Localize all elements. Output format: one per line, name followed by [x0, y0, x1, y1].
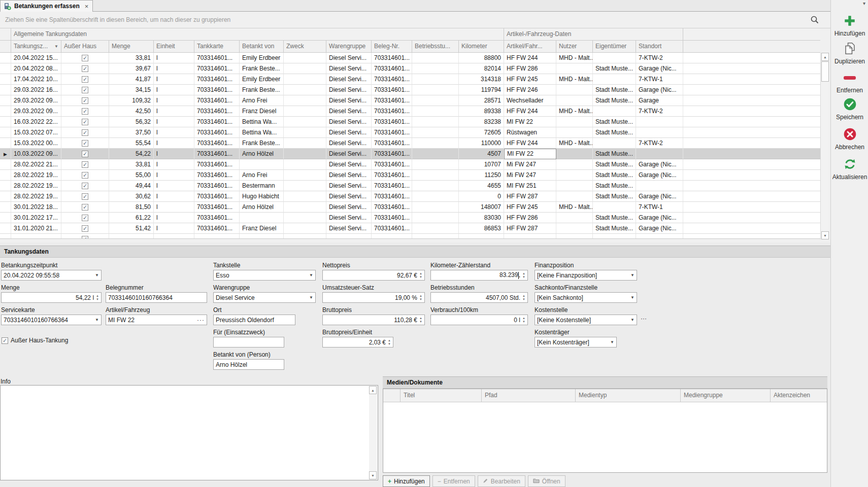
table-cell[interactable]: HF FW 244	[504, 106, 556, 117]
table-cell[interactable]: 55,00	[109, 170, 154, 181]
table-cell[interactable]: 51,42	[109, 223, 154, 234]
table-row[interactable]: 15.03.2022 07...✓37,50l703314601...Betti…	[0, 127, 820, 138]
table-cell[interactable]	[412, 191, 459, 202]
table-cell[interactable]: 88800	[459, 53, 504, 63]
table-cell[interactable]: 61,22	[109, 213, 154, 223]
table-cell[interactable]: 703314601...	[372, 74, 412, 85]
chevron-down-icon[interactable]: ▼	[630, 273, 635, 277]
table-cell[interactable]: Diesel Servi...	[326, 127, 372, 138]
ellipsis-button[interactable]: ···	[197, 317, 205, 324]
spin-buttons[interactable]: ▲▼	[388, 339, 391, 346]
table-cell[interactable]: MHD - Malt...	[556, 53, 593, 63]
chevron-down-icon[interactable]: ▼	[95, 318, 99, 322]
ort-input[interactable]: Preussisch Oldendorf	[213, 315, 295, 325]
table-cell[interactable]: 17.04.2022 10...	[11, 74, 61, 85]
save-button[interactable]: Speichern	[831, 97, 868, 121]
table-cell[interactable]: Stadt Muste...	[593, 181, 636, 191]
kostenstelle-combo[interactable]: [Keine Kostenstelle] ▼	[535, 315, 637, 325]
checkbox-checked-icon[interactable]: ✓	[82, 204, 88, 211]
table-cell[interactable]: Diesel Servi...	[326, 117, 372, 127]
table-cell[interactable]: 31.01.2020 21...	[11, 223, 61, 234]
table-cell[interactable]: HF FW 244	[504, 53, 556, 63]
checkbox-checked-icon[interactable]: ✓	[82, 108, 88, 115]
table-cell[interactable]	[556, 63, 593, 74]
bruttopreis-input[interactable]: 110,28 € ▲▼	[322, 315, 425, 325]
table-cell[interactable]	[372, 234, 412, 239]
column-header-15[interactable]: Standort	[636, 41, 683, 53]
table-cell[interactable]: l	[154, 181, 194, 191]
table-cell[interactable]	[284, 191, 326, 202]
table-cell[interactable]: l	[154, 127, 194, 138]
table-cell[interactable]: 703314601...	[194, 159, 240, 170]
chevron-down-icon[interactable]: ▼	[95, 273, 99, 277]
table-cell[interactable]: l	[154, 106, 194, 117]
info-scrollbar[interactable]: ▲ ▼	[369, 386, 377, 479]
table-cell[interactable]: 703314601...	[194, 149, 240, 159]
table-cell[interactable]: ✓	[61, 191, 109, 202]
table-cell[interactable]: MI FW 22	[504, 117, 556, 127]
table-cell[interactable]: 703314601...	[194, 138, 240, 149]
table-cell[interactable]: 703314601...	[194, 170, 240, 181]
table-row[interactable]: 28.02.2022 19...✓55,00l703314601...Arno …	[0, 170, 820, 181]
kilometer-input[interactable]: 83.239, ▲▼	[430, 270, 528, 281]
spin-buttons[interactable]: ▲▼	[522, 294, 525, 301]
table-cell[interactable]: ✓	[61, 159, 109, 170]
table-cell[interactable]: 41,87	[109, 74, 154, 85]
table-cell[interactable]: Diesel Servi...	[326, 138, 372, 149]
table-cell[interactable]: Emily Erdbeer	[240, 53, 284, 63]
table-cell[interactable]: 7-KTW-1	[636, 202, 683, 213]
table-cell[interactable]: Garage (Nic...	[636, 159, 683, 170]
table-cell[interactable]	[284, 202, 326, 213]
checkbox-checked-icon[interactable]: ✓	[82, 151, 88, 157]
column-header-4[interactable]: Einheit	[154, 41, 194, 53]
table-cell[interactable]: ✓	[61, 213, 109, 223]
table-cell[interactable]	[556, 234, 593, 239]
table-cell[interactable]: 703314601...	[372, 63, 412, 74]
table-cell[interactable]: Diesel Servi...	[326, 223, 372, 234]
table-cell[interactable]	[412, 85, 459, 95]
umsatzsteuer-input[interactable]: 19,00 % ▲▼	[322, 292, 425, 303]
table-cell[interactable]	[284, 74, 326, 85]
table-cell[interactable]: 703314601...	[372, 95, 412, 106]
column-header-14[interactable]: Eigentümer	[593, 41, 636, 53]
table-cell[interactable]: l	[154, 223, 194, 234]
table-row[interactable]: 30.01.2022 17...✓61,22l703314601...Diese…	[0, 213, 820, 223]
table-cell[interactable]	[284, 106, 326, 117]
table-cell[interactable]: MHD - Malt...	[556, 202, 593, 213]
table-cell[interactable]: Diesel Servi...	[326, 74, 372, 85]
table-cell[interactable]	[593, 53, 636, 63]
table-cell[interactable]	[412, 138, 459, 149]
table-row[interactable]: 29.03.2022 16...✓34,15l703314601...Frank…	[0, 85, 820, 95]
table-cell[interactable]: Frank Beste...	[240, 138, 284, 149]
table-cell[interactable]: l	[154, 170, 194, 181]
table-cell[interactable]: Diesel Servi...	[326, 63, 372, 74]
table-cell[interactable]: ✓	[61, 149, 109, 159]
table-cell[interactable]	[412, 223, 459, 234]
duplicate-button[interactable]: Duplizieren	[831, 42, 868, 65]
table-row[interactable]: 17.04.2022 10...✓41,87l703314601...Emily…	[0, 74, 820, 85]
column-header-5[interactable]: Tankkarte	[194, 41, 240, 53]
checkbox-checked-icon[interactable]: ✓	[82, 161, 88, 168]
table-cell[interactable]: Diesel Servi...	[326, 159, 372, 170]
table-cell[interactable]: ✓	[61, 181, 109, 191]
table-cell[interactable]	[284, 95, 326, 106]
table-cell[interactable]: 7-KTW-2	[636, 138, 683, 149]
checkbox-checked-icon[interactable]: ✓	[2, 337, 8, 344]
table-cell[interactable]: 83238	[459, 117, 504, 127]
table-cell[interactable]: 28.02.2022 19...	[11, 170, 61, 181]
table-cell[interactable]	[556, 159, 593, 170]
table-cell[interactable]: 703314601...	[194, 85, 240, 95]
scroll-up-button[interactable]: ▲	[821, 53, 829, 61]
table-cell[interactable]: 703314601...	[372, 117, 412, 127]
table-cell[interactable]: Bettina Wa...	[240, 117, 284, 127]
table-cell[interactable]: ✓	[61, 85, 109, 95]
checkbox-checked-icon[interactable]: ✓	[82, 172, 88, 179]
checkbox-checked-icon[interactable]: ✓	[82, 183, 88, 189]
table-cell[interactable]	[284, 149, 326, 159]
column-header-mediengruppe[interactable]: Mediengruppe	[681, 389, 771, 402]
table-cell[interactable]: 20.04.2022 08...	[11, 63, 61, 74]
table-cell[interactable]: ✓	[61, 202, 109, 213]
table-cell[interactable]: 703314601...	[194, 181, 240, 191]
table-cell[interactable]: l	[154, 149, 194, 159]
table-cell[interactable]: 15.03.2022 07...	[11, 127, 61, 138]
